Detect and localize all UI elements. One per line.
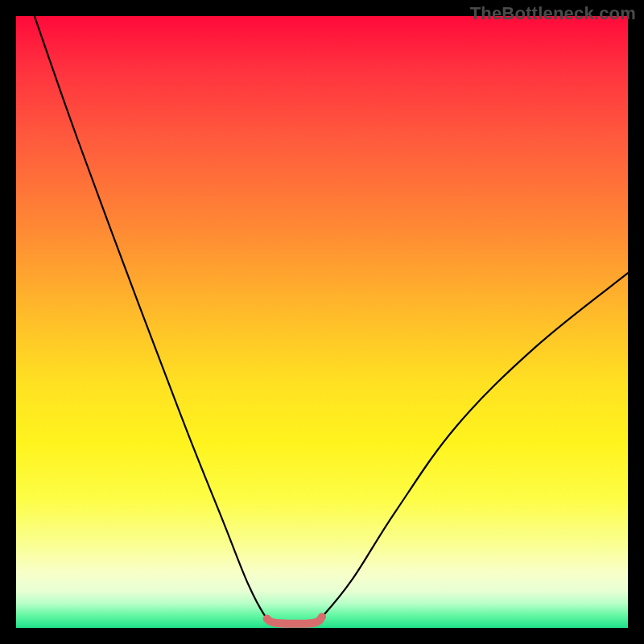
attribution-label: TheBottleneck.com <box>470 3 636 24</box>
valley-highlight-path <box>267 617 322 623</box>
left-curve-path <box>35 16 276 623</box>
right-curve-path <box>313 273 628 623</box>
curve-layer <box>16 16 628 628</box>
chart-frame: TheBottleneck.com <box>0 0 644 644</box>
